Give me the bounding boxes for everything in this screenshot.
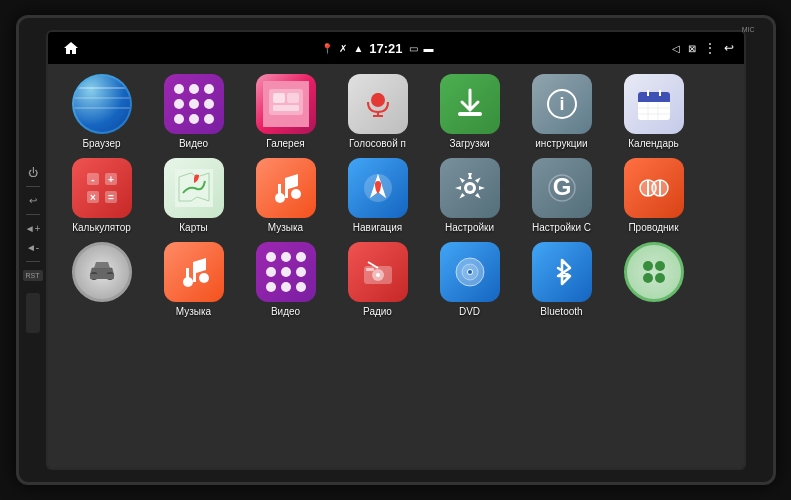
location-icon: 📍	[321, 43, 333, 54]
app-nav[interactable]: Навигация	[336, 158, 420, 234]
status-bar: 📍 ✗ ▲ 17:21 ▭ ▬ ◁ ⊠ ⋮ ↩	[48, 32, 744, 64]
svg-rect-54	[186, 268, 189, 282]
photo-icon: ▭	[409, 43, 418, 54]
vol-down-btn[interactable]: ◄-	[26, 242, 39, 253]
app-downloads[interactable]: Загрузки	[428, 74, 512, 150]
home-button[interactable]	[58, 35, 84, 61]
app-row-3: Музыка Видео	[60, 242, 732, 318]
svg-text:-: -	[91, 174, 94, 185]
app-files[interactable]: Проводник	[612, 158, 696, 234]
app-more[interactable]	[612, 242, 696, 306]
svg-point-39	[467, 185, 473, 191]
screen: 📍 ✗ ▲ 17:21 ▭ ▬ ◁ ⊠ ⋮ ↩	[46, 30, 746, 470]
svg-point-66	[643, 273, 653, 283]
app-music[interactable]: Музыка	[244, 158, 328, 234]
svg-rect-4	[273, 105, 299, 111]
status-right: ◁ ⊠ ⋮ ↩	[672, 41, 734, 55]
svg-text:+: +	[108, 174, 114, 185]
battery-icon: ▬	[424, 43, 434, 54]
power-btn[interactable]: ⏻	[28, 167, 38, 178]
back-side-btn[interactable]: ↩	[29, 195, 37, 206]
svg-rect-6	[375, 93, 381, 105]
svg-rect-9	[458, 112, 482, 116]
app-dvd[interactable]: DVD	[428, 242, 512, 318]
rst-btn[interactable]: RST	[23, 270, 43, 281]
svg-rect-3	[287, 93, 299, 103]
app-maps[interactable]: Карты	[152, 158, 236, 234]
app-info[interactable]: i инструкции	[520, 74, 604, 150]
svg-text:i: i	[559, 94, 564, 114]
svg-point-64	[643, 261, 653, 271]
app-gallery[interactable]: Галерея	[244, 74, 328, 150]
svg-rect-50	[90, 274, 114, 279]
mute-icon: ⊠	[688, 43, 696, 54]
time-display: 17:21	[369, 41, 402, 56]
wifi-icon: ▲	[353, 43, 363, 54]
mic-label: MIC	[742, 26, 755, 33]
vol-icon: ◁	[672, 43, 680, 54]
menu-icon[interactable]: ⋮	[704, 41, 716, 55]
device-frame: MIC ⏻ ↩ ◄+ ◄- RST 📍 ✗ ▲	[16, 15, 776, 485]
app-radio[interactable]: Радио	[336, 242, 420, 318]
status-center: 📍 ✗ ▲ 17:21 ▭ ▬	[321, 41, 433, 56]
app-grid: Браузер Видео	[48, 64, 744, 468]
app-music2[interactable]: Музыка	[152, 242, 236, 318]
svg-point-65	[655, 261, 665, 271]
app-settings-g[interactable]: G Настройки С	[520, 158, 604, 234]
svg-text:×: ×	[90, 192, 96, 203]
app-browser[interactable]: Браузер	[60, 74, 144, 150]
svg-point-31	[291, 189, 301, 199]
svg-point-57	[376, 273, 380, 277]
app-video[interactable]: Видео	[152, 74, 236, 150]
svg-rect-59	[366, 268, 374, 271]
svg-rect-2	[273, 93, 285, 103]
app-row-1: Браузер Видео	[60, 74, 732, 150]
vol-up-btn[interactable]: ◄+	[25, 223, 41, 234]
app-settings[interactable]: Настройки	[428, 158, 512, 234]
side-controls: ⏻ ↩ ◄+ ◄- RST	[23, 167, 43, 333]
svg-rect-33	[278, 184, 281, 198]
svg-point-67	[655, 273, 665, 283]
status-left	[58, 35, 84, 61]
app-calendar[interactable]: Календарь	[612, 74, 696, 150]
app-calc[interactable]: - + × = Калькулятор	[60, 158, 144, 234]
app-car[interactable]	[60, 242, 144, 306]
app-bluetooth[interactable]: Bluetooth	[520, 242, 604, 318]
svg-text:=: =	[108, 192, 114, 203]
svg-point-63	[468, 270, 472, 274]
bt-icon: ✗	[339, 43, 347, 54]
app-row-2: - + × = Калькулятор	[60, 158, 732, 234]
svg-rect-14	[638, 98, 670, 102]
app-video2[interactable]: Видео	[244, 242, 328, 318]
app-voice[interactable]: Голосовой п	[336, 74, 420, 150]
back-icon[interactable]: ↩	[724, 41, 734, 55]
svg-point-52	[199, 273, 209, 283]
slider[interactable]	[26, 293, 40, 333]
